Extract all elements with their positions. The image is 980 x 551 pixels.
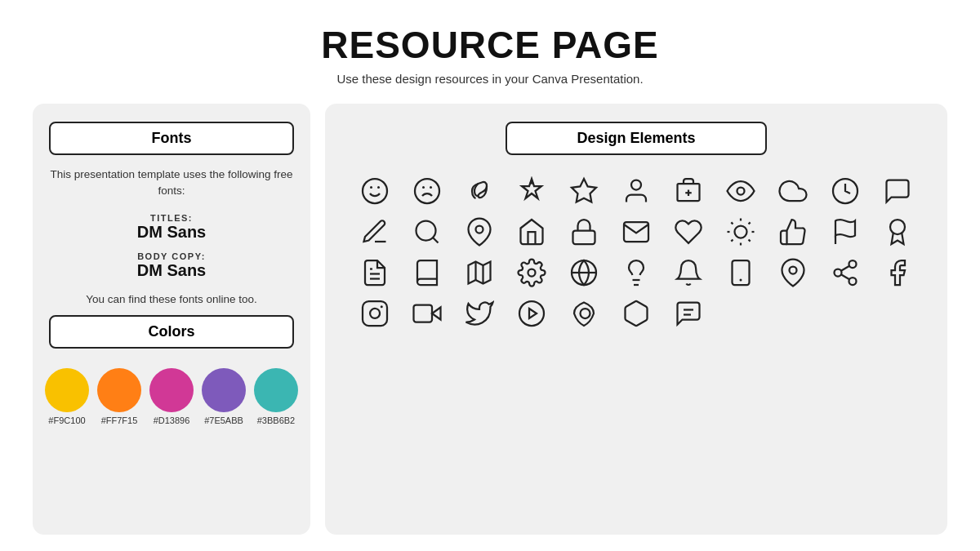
icon-cell [611,214,662,250]
icon-cell [559,173,609,209]
color-swatch [97,368,141,412]
svg-point-42 [849,260,857,268]
svg-marker-7 [572,179,596,202]
svg-rect-47 [363,301,387,326]
color-swatch [45,368,89,412]
color-hex-label: #F9C100 [48,415,85,425]
icon-cell [820,255,871,291]
icon-cell [402,295,452,331]
svg-marker-51 [529,309,537,318]
design-elements-label: Design Elements [506,122,767,155]
titles-font-entry: TITLES: DM Sans [137,213,206,242]
color-hex-label: #FF7F15 [101,415,138,425]
color-swatch-container: #F9C100 [45,368,89,425]
page-header: RESOURCE PAGE Use these design resources… [321,23,658,86]
svg-point-3 [415,179,439,203]
icon-cell [506,173,557,209]
icon-cell [611,255,662,291]
icon-cell [872,173,923,209]
svg-rect-49 [414,305,433,322]
svg-point-34 [528,269,536,277]
icon-cell [820,214,871,250]
color-hex-label: #3BB6B2 [257,415,295,425]
svg-point-43 [835,269,842,277]
svg-line-21 [731,222,733,224]
body-font-entry: BODY COPY: DM Sans [137,251,206,280]
icon-cell [506,255,557,291]
fonts-label: Fonts [49,122,294,155]
fonts-description: This presentation template uses the foll… [49,167,294,200]
body-role: BODY COPY: [137,251,206,261]
icon-cell [768,173,818,209]
icon-cell [350,255,400,291]
icon-cell [402,173,452,209]
svg-rect-17 [573,231,595,245]
svg-line-26 [749,222,751,224]
icon-cell [402,255,452,291]
svg-point-0 [363,179,387,203]
icon-cell [872,214,923,250]
color-swatch-container: #FF7F15 [97,368,141,425]
icon-cell [506,214,557,250]
body-font-name: DM Sans [137,261,206,280]
colors-label: Colors [49,315,294,349]
icons-grid [350,173,923,331]
icon-cell [454,173,505,209]
svg-line-46 [841,266,849,271]
svg-line-45 [841,274,849,279]
icon-cell [506,295,557,331]
svg-point-8 [631,180,641,190]
icon-cell [454,214,505,250]
icon-cell [715,255,766,291]
color-hex-label: #7E5ABB [204,415,243,425]
color-swatch-container: #3BB6B2 [254,368,298,425]
color-swatch-container: #7E5ABB [202,368,246,425]
icon-cell [768,214,818,250]
icon-cell [559,295,609,331]
color-swatch [149,368,194,412]
color-hex-label: #D13896 [154,415,190,425]
colors-row: #F9C100#FF7F15#D13896#7E5ABB#3BB6B2 [45,368,298,425]
fonts-note: You can find these fonts online too. [86,293,257,305]
main-content: Fonts This presentation template uses th… [33,104,947,535]
left-panel: Fonts This presentation template uses th… [33,104,310,535]
svg-point-12 [737,188,745,195]
icon-cell [768,255,818,291]
icon-cell [350,173,400,209]
icon-cell [715,214,766,250]
icon-cell [454,255,505,291]
svg-point-50 [519,301,544,326]
icon-cell [663,255,714,291]
icon-cell [559,214,609,250]
icon-cell [663,295,714,331]
icon-cell [454,295,505,331]
titles-font-name: DM Sans [137,223,206,242]
icon-cell [715,173,766,209]
icon-cell [663,214,714,250]
svg-point-28 [890,220,905,234]
icon-cell [663,173,714,209]
right-panel: Design Elements [325,104,947,535]
svg-marker-31 [469,262,491,284]
icon-cell [350,295,400,331]
color-swatch [202,368,246,412]
icon-cell [402,214,452,250]
color-swatch [254,368,298,412]
svg-line-25 [731,240,733,242]
svg-line-22 [749,240,751,242]
icon-cell [872,255,923,291]
icon-cell [611,173,662,209]
svg-point-6 [530,180,534,184]
svg-point-18 [735,226,747,238]
svg-point-41 [790,267,797,274]
page-title: RESOURCE PAGE [321,23,658,67]
color-swatch-container: #D13896 [149,368,194,425]
titles-role: TITLES: [137,213,206,223]
icon-cell [611,295,662,331]
svg-point-14 [416,221,436,241]
icon-cell [820,173,871,209]
svg-line-15 [433,238,439,243]
svg-point-44 [849,278,857,285]
icon-cell [350,214,400,250]
icon-cell [559,255,609,291]
